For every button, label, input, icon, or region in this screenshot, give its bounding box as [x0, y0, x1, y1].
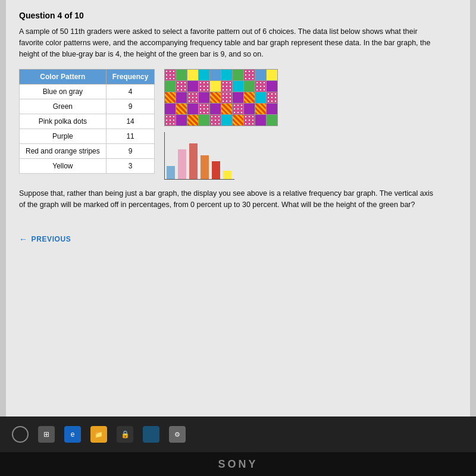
grid-cell [176, 92, 187, 103]
grid-cell [187, 92, 198, 103]
grid-cell [187, 81, 198, 92]
col-header-frequency: Frequency [106, 70, 155, 84]
table-row: Purple 11 [20, 129, 155, 144]
grid-cell [244, 81, 255, 92]
grid-cell [210, 92, 221, 103]
taskbar-edge-icon[interactable]: e [64, 426, 81, 443]
grid-cell [255, 104, 266, 114]
frequency-cell: 9 [106, 144, 155, 159]
grid-cell [210, 104, 221, 114]
frequency-cell: 3 [106, 159, 155, 174]
grid-cell [199, 115, 209, 126]
grid-cell [187, 70, 198, 80]
frequency-table-container: Color Pattern Frequency Blue on gray 4 G… [19, 69, 155, 174]
taskbar-lock-icon[interactable]: 🔒 [117, 426, 133, 443]
grid-cell [165, 104, 176, 114]
grid-cell [176, 115, 187, 126]
bar-fill [178, 149, 186, 179]
question-header: Question 4 of 10 [19, 11, 457, 20]
grid-cell [255, 115, 266, 126]
previous-button[interactable]: ← PREVIOUS [19, 234, 457, 244]
pattern-grid [164, 69, 278, 126]
grid-cell [233, 104, 243, 114]
follow-up-text: Suppose that, rather than being just a b… [19, 188, 436, 211]
bar-green [177, 149, 187, 179]
table-row: Yellow 3 [20, 159, 155, 174]
arrow-left-icon: ← [19, 234, 28, 244]
taskbar-folder-icon[interactable]: 📁 [90, 426, 107, 443]
grid-cell [199, 70, 209, 80]
pattern-cell: Green [20, 99, 107, 114]
frequency-cell: 4 [106, 84, 155, 99]
grid-cell [221, 81, 232, 92]
taskbar-settings-icon[interactable]: ⚙ [169, 426, 186, 443]
grid-cell [244, 115, 255, 126]
bar-fill [189, 143, 198, 179]
grid-cell [199, 81, 209, 92]
grid-cell [255, 92, 266, 103]
grid-cell [221, 115, 232, 126]
col-header-pattern: Color Pattern [20, 70, 107, 84]
grid-cell [221, 70, 232, 80]
grid-cell [255, 81, 266, 92]
bar-fill [167, 166, 175, 179]
bar-redorange [211, 161, 221, 179]
taskbar-circle-icon[interactable] [12, 426, 29, 443]
grid-cell [165, 81, 176, 92]
table-row: Pink polka dots 14 [20, 114, 155, 129]
frequency-cell: 9 [106, 99, 155, 114]
taskbar-blue-icon[interactable] [143, 426, 159, 443]
taskbar-grid-icon[interactable]: ⊞ [38, 426, 55, 443]
bar-purple [200, 155, 209, 179]
main-content: Question 4 of 10 A sample of 50 11th gra… [6, 0, 470, 416]
grid-cell [267, 104, 277, 114]
taskbar-top: ⊞ e 📁 🔒 ⚙ [0, 416, 476, 452]
grid-cell [244, 92, 255, 103]
pattern-cell: Pink polka dots [20, 114, 107, 129]
pattern-cell: Purple [20, 129, 107, 144]
pattern-cell: Red and orange stripes [20, 144, 107, 159]
bar-yellow [223, 171, 232, 179]
bar-bluegray [166, 166, 176, 179]
grid-cell [165, 70, 176, 80]
grid-cell [267, 115, 277, 126]
grid-cell [233, 115, 243, 126]
bar-fill [212, 161, 220, 179]
grid-cell [165, 115, 176, 126]
sony-bar: SONY [0, 452, 476, 476]
grid-cell [267, 70, 277, 80]
grid-cell [233, 81, 243, 92]
frequency-table: Color Pattern Frequency Blue on gray 4 G… [19, 69, 155, 174]
pattern-cell: Yellow [20, 159, 107, 174]
grid-cell [233, 70, 243, 80]
right-area [164, 69, 278, 180]
bar-fill [223, 171, 231, 179]
frequency-cell: 11 [106, 129, 155, 144]
grid-cell [210, 115, 221, 126]
grid-cell [176, 104, 187, 114]
bar-chart [164, 132, 234, 180]
grid-cell [244, 70, 255, 80]
grid-cell [187, 115, 198, 126]
question-text: A sample of 50 11th graders were asked t… [19, 26, 436, 60]
grid-cell [210, 81, 221, 92]
grid-cell [255, 70, 266, 80]
bar-pink [189, 143, 198, 179]
grid-cell [199, 104, 209, 114]
table-row: Blue on gray 4 [20, 84, 155, 99]
table-row: Red and orange stripes 9 [20, 144, 155, 159]
grid-cell [176, 81, 187, 92]
grid-cell [221, 92, 232, 103]
grid-cell [267, 92, 277, 103]
pattern-cell: Blue on gray [20, 84, 107, 99]
previous-label: PREVIOUS [32, 235, 71, 243]
grid-cell [244, 104, 255, 114]
grid-cell [187, 104, 198, 114]
grid-cell [165, 92, 176, 103]
taskbar: ⊞ e 📁 🔒 ⚙ SONY [0, 416, 476, 476]
bar-fill [201, 155, 209, 179]
table-row: Green 9 [20, 99, 155, 114]
grid-cell [176, 70, 187, 80]
content-area: Color Pattern Frequency Blue on gray 4 G… [19, 69, 457, 180]
grid-cell [199, 92, 209, 103]
